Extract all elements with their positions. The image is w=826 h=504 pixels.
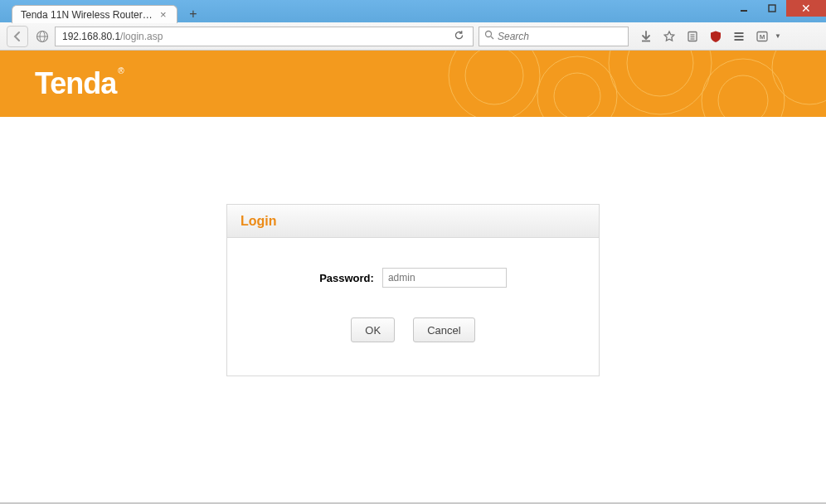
svg-point-17 [449, 51, 540, 117]
window-controls: ✕ [730, 0, 826, 17]
ok-button[interactable]: OK [351, 317, 395, 342]
address-bar[interactable]: 192.168.80.1/login.asp [55, 27, 474, 46]
svg-point-18 [465, 51, 523, 104]
login-panel: Login Password: OK Cancel [226, 204, 600, 376]
tab-title: Tenda 11N Wireless Router Lo... [21, 9, 153, 21]
svg-text:M: M [760, 33, 765, 41]
search-input[interactable] [498, 31, 623, 42]
url-path: /login.asp [120, 31, 163, 42]
url-host: 192.168.80.1 [62, 31, 120, 42]
banner-decor [395, 51, 826, 117]
toolbar-icons: M ▼ [639, 29, 781, 44]
search-icon [484, 30, 494, 42]
svg-line-6 [491, 36, 493, 39]
downloads-icon[interactable] [639, 29, 654, 44]
window-titlebar: Tenda 11N Wireless Router Lo... × + ✕ [0, 0, 826, 22]
svg-rect-1 [769, 5, 775, 12]
svg-point-19 [537, 56, 617, 117]
extension-m-icon[interactable]: M [755, 29, 770, 44]
search-bar[interactable] [479, 27, 629, 46]
browser-tab[interactable]: Tenda 11N Wireless Router Lo... × [12, 5, 177, 23]
login-title: Login [241, 214, 277, 229]
svg-rect-0 [741, 10, 747, 12]
login-body: Password: OK Cancel [227, 238, 599, 376]
window-close-button[interactable]: ✕ [786, 0, 826, 17]
brand-banner: Tenda® [0, 51, 826, 117]
url-text: 192.168.80.1/login.asp [59, 31, 449, 42]
maximize-button[interactable] [758, 0, 786, 17]
svg-point-21 [609, 51, 712, 114]
chevron-down-icon[interactable]: ▼ [775, 32, 781, 40]
brand-name: Tenda [35, 66, 116, 100]
back-button[interactable] [7, 26, 28, 47]
svg-point-25 [772, 51, 826, 104]
minimize-button[interactable] [730, 0, 758, 17]
browser-toolbar: 192.168.80.1/login.asp M ▼ [0, 22, 826, 51]
svg-point-24 [718, 75, 768, 117]
svg-point-20 [554, 73, 600, 117]
password-row: Password: [227, 268, 599, 288]
registered-mark: ® [118, 66, 123, 75]
ublock-shield-icon[interactable] [708, 29, 723, 44]
menu-icon[interactable] [731, 29, 746, 44]
cancel-button[interactable]: Cancel [413, 317, 474, 342]
bookmark-star-icon[interactable] [662, 29, 677, 44]
brand-logo: Tenda® [35, 66, 124, 101]
button-row: OK Cancel [227, 317, 599, 342]
page-content: Tenda® Login Password: OK Cancel [0, 51, 826, 504]
password-label: Password: [319, 272, 374, 284]
site-identity-icon[interactable] [35, 29, 50, 44]
close-tab-icon[interactable]: × [160, 9, 167, 20]
password-input[interactable] [382, 268, 507, 288]
svg-point-22 [627, 51, 693, 96]
bookmarks-list-icon[interactable] [685, 29, 700, 44]
svg-point-5 [486, 32, 492, 37]
new-tab-button[interactable]: + [186, 7, 201, 22]
login-header: Login [227, 205, 599, 238]
reload-icon[interactable] [449, 30, 469, 43]
